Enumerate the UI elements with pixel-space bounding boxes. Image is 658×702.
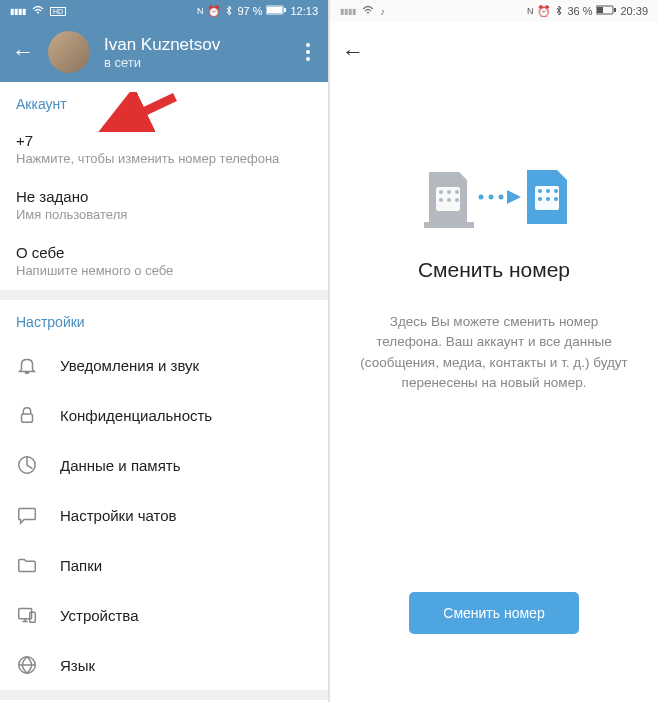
svg-point-17 (447, 198, 451, 202)
change-number-button[interactable]: Сменить номер (409, 592, 578, 634)
bluetooth-icon (225, 5, 233, 18)
settings-label: Настройки чатов (60, 507, 177, 524)
svg-rect-7 (30, 612, 36, 622)
phone-hint: Нажмите, чтобы изменить номер телефона (16, 151, 312, 166)
divider (0, 290, 328, 300)
divider (0, 690, 328, 700)
settings-label: Папки (60, 557, 102, 574)
profile-header: ← Ivan Kuznetsov в сети (0, 22, 328, 82)
folder-icon (16, 554, 38, 576)
time: 12:13 (290, 5, 318, 17)
bio-hint: Напишите немного о себе (16, 263, 312, 278)
profile-status: в сети (104, 55, 286, 70)
profile-name: Ivan Kuznetsov (104, 35, 286, 55)
battery-percent: 97 % (237, 5, 262, 17)
settings-data[interactable]: Данные и память (0, 440, 328, 490)
section-account: Аккаунт (0, 82, 328, 122)
svg-rect-1 (267, 7, 282, 13)
sim-transfer-illustration (419, 162, 569, 236)
alarm-icon: ⏰ (537, 5, 551, 18)
signal-icon: ▮▮▮▮ (10, 7, 26, 16)
change-number-title: Сменить номер (418, 258, 570, 282)
status-bar: ▮▮▮▮ HD N ⏰ 97 % 12:13 (0, 0, 328, 22)
svg-rect-2 (284, 8, 286, 12)
change-number-body: Сменить номер Здесь Вы можете сменить но… (330, 82, 658, 702)
bio-value: О себе (16, 244, 312, 261)
settings-label: Уведомления и звук (60, 357, 199, 374)
svg-point-15 (455, 190, 459, 194)
more-menu-button[interactable] (300, 37, 316, 67)
phone-row[interactable]: +7 Нажмите, чтобы изменить номер телефон… (0, 122, 328, 178)
settings-notifications[interactable]: Уведомления и звук (0, 340, 328, 390)
svg-point-16 (439, 198, 443, 202)
settings-privacy[interactable]: Конфиденциальность (0, 390, 328, 440)
svg-point-25 (538, 189, 542, 193)
settings-label: Язык (60, 657, 95, 674)
svg-point-30 (554, 197, 558, 201)
wifi-icon (32, 5, 44, 17)
svg-point-28 (538, 197, 542, 201)
battery-icon (596, 5, 616, 17)
settings-label: Устройства (60, 607, 138, 624)
svg-point-13 (439, 190, 443, 194)
chat-icon (16, 504, 38, 526)
settings-folders[interactable]: Папки (0, 540, 328, 590)
username-hint: Имя пользователя (16, 207, 312, 222)
phone-value: +7 (16, 132, 312, 149)
back-button[interactable]: ← (12, 39, 34, 65)
back-button[interactable]: ← (342, 39, 364, 65)
svg-rect-19 (424, 222, 474, 228)
battery-percent: 36 % (567, 5, 592, 17)
globe-icon (16, 654, 38, 676)
data-icon (16, 454, 38, 476)
svg-point-27 (554, 189, 558, 193)
lock-icon (16, 404, 38, 426)
svg-point-22 (499, 195, 504, 200)
svg-point-26 (546, 189, 550, 193)
battery-icon (266, 5, 286, 17)
svg-marker-23 (507, 190, 521, 204)
header: ← (330, 22, 658, 82)
bio-row[interactable]: О себе Напишите немного о себе (0, 234, 328, 290)
svg-rect-10 (597, 7, 603, 13)
bluetooth-icon (555, 5, 563, 18)
change-number-screen: ▮▮▮▮ ♪ N ⏰ 36 % 20:39 ← (330, 0, 658, 702)
svg-point-21 (489, 195, 494, 200)
svg-point-29 (546, 197, 550, 201)
settings-screen: ▮▮▮▮ HD N ⏰ 97 % 12:13 ← Ivan Kuznetsov … (0, 0, 328, 702)
status-bar: ▮▮▮▮ ♪ N ⏰ 36 % 20:39 (330, 0, 658, 22)
devices-icon (16, 604, 38, 626)
svg-rect-11 (614, 8, 616, 12)
username-row[interactable]: Не задано Имя пользователя (0, 178, 328, 234)
alarm-icon: ⏰ (207, 5, 221, 18)
time: 20:39 (620, 5, 648, 17)
svg-point-18 (455, 198, 459, 202)
settings-language[interactable]: Язык (0, 640, 328, 690)
svg-rect-4 (22, 414, 33, 422)
svg-point-14 (447, 190, 451, 194)
settings-label: Данные и память (60, 457, 181, 474)
settings-devices[interactable]: Устройства (0, 590, 328, 640)
content-scroll[interactable]: Аккаунт +7 Нажмите, чтобы изменить номер… (0, 82, 328, 702)
wifi-icon (362, 5, 374, 17)
settings-chats[interactable]: Настройки чатов (0, 490, 328, 540)
section-settings: Настройки (0, 300, 328, 340)
avatar[interactable] (48, 31, 90, 73)
bell-icon (16, 354, 38, 376)
tiktok-icon: ♪ (380, 6, 385, 17)
username-value: Не задано (16, 188, 312, 205)
change-number-description: Здесь Вы можете сменить номер телефона. … (360, 312, 628, 393)
volte-icon: HD (50, 7, 66, 16)
svg-point-20 (479, 195, 484, 200)
signal-icon: ▮▮▮▮ (340, 7, 356, 16)
settings-label: Конфиденциальность (60, 407, 212, 424)
nfc-icon: N (527, 6, 534, 16)
nfc-icon: N (197, 6, 204, 16)
